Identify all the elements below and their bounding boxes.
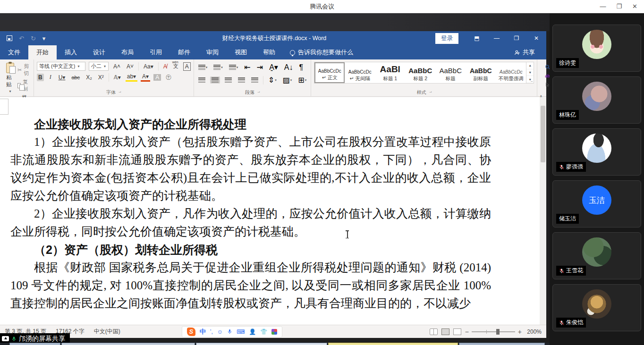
asian-layout-icon[interactable]: A͍▾ <box>268 62 280 73</box>
tab-home[interactable]: 开始 <box>28 45 57 59</box>
tab-insert[interactable]: 插入 <box>57 45 85 59</box>
strikethrough-button[interactable]: abc <box>70 74 81 81</box>
styles-scroll-up-icon[interactable]: ▲ <box>526 62 534 69</box>
document-heading[interactable]: 企业接收股东划入资产的企业所得税处理 <box>10 115 491 133</box>
tab-mailings[interactable]: 邮件 <box>170 45 198 59</box>
zoom-in-icon[interactable]: + <box>518 328 522 336</box>
sort-icon[interactable]: A↓ <box>283 62 295 73</box>
save-icon[interactable] <box>7 35 12 41</box>
participant-tile[interactable]: 徐诗雯 <box>552 25 641 72</box>
read-mode-icon[interactable] <box>430 328 438 335</box>
phonetic-guide-button[interactable]: wén文 <box>172 62 180 70</box>
superscript-button[interactable]: X² <box>97 74 105 81</box>
participant-tile[interactable]: 玉洁 储玉洁 <box>552 180 641 227</box>
zoom-percentage[interactable]: 200% <box>525 328 542 335</box>
bullet-list-icon[interactable]: ▾ <box>197 64 209 71</box>
tab-layout[interactable]: 布局 <box>113 45 142 59</box>
word-close-button[interactable]: ✕ <box>526 31 546 45</box>
document-paragraph[interactable]: 根据《财政部 国家税务总局关于促进企业重组企业所得税处理问题的通知》财税 (20… <box>10 259 491 312</box>
decrease-indent-icon[interactable]: ⇤ <box>243 62 252 73</box>
paste-button[interactable]: 粘贴 ▾ <box>3 62 17 94</box>
style-heading1[interactable]: AaBl 标题 1 <box>375 62 405 83</box>
tab-help[interactable]: 帮助 <box>255 45 283 59</box>
meeting-restore-button[interactable]: ❐ <box>616 0 622 13</box>
customize-qat-icon[interactable]: ▾ <box>42 35 46 42</box>
ime-toolbox-icon[interactable] <box>271 329 277 335</box>
document-canvas[interactable]: 企业接收股东划入资产的企业所得税处理 1）企业接收股东划入资产（包括股东赠予资产… <box>0 97 546 325</box>
text-effects-icon[interactable]: 𝔸▾ <box>112 74 122 81</box>
enclose-characters-button[interactable]: ㊉ <box>164 73 173 82</box>
ime-emoji-icon[interactable]: ☺ <box>217 328 223 335</box>
document-scrollbar[interactable] <box>540 97 546 325</box>
italic-button[interactable]: I <box>47 73 54 81</box>
align-left-icon[interactable] <box>197 76 207 84</box>
taskbar-window-button[interactable] <box>459 343 545 345</box>
styles-scroll-down-icon[interactable]: ▼ <box>526 69 534 76</box>
styles-dialog-launcher-icon[interactable]: ⌐ <box>429 90 432 95</box>
tab-view[interactable]: 视图 <box>227 45 255 59</box>
character-shading-button[interactable]: A <box>153 74 161 81</box>
copy-button[interactable]: 复制 <box>17 78 31 93</box>
align-center-icon[interactable] <box>210 76 220 84</box>
align-right-icon[interactable] <box>223 76 233 84</box>
clear-format-icon[interactable]: A̸ <box>162 63 169 70</box>
line-spacing-icon[interactable]: ⇕▾ <box>267 75 278 85</box>
font-name-combo[interactable]: 等线 (中文正文)▾ <box>37 62 85 71</box>
font-size-combo[interactable]: 小二▾ <box>89 62 109 71</box>
shading-icon[interactable]: ▨▾ <box>281 75 294 85</box>
tab-file[interactable]: 文件 <box>0 45 28 59</box>
borders-icon[interactable]: ⊞▾ <box>297 75 308 85</box>
ime-voice-icon[interactable] <box>227 328 232 335</box>
numbered-list-icon[interactable]: ▾ <box>212 64 224 71</box>
ime-language-mode-icon[interactable]: 中 <box>200 328 206 336</box>
document-paragraph[interactable]: 1）企业接收股东划入资产（包括股东赠予资产、上市公司在股权分置改革过程中接收原非… <box>10 133 491 205</box>
participant-tile[interactable]: 廖强强 <box>552 128 641 176</box>
style-subtle-emphasis[interactable]: AaBbCcDc 不明显强调 <box>496 62 526 83</box>
taskbar-window-button[interactable] <box>9 343 60 345</box>
tell-me-box[interactable]: 告诉我你想要做什么 <box>283 45 360 59</box>
shrink-font-button[interactable]: A˅ <box>125 63 135 70</box>
grow-font-button[interactable]: A˄ <box>112 63 122 70</box>
zoom-out-icon[interactable]: − <box>465 328 469 336</box>
login-button[interactable]: 登录 <box>435 33 458 44</box>
styles-more-icon[interactable]: ▼̲ <box>526 76 534 83</box>
redo-icon[interactable]: ↻ <box>31 35 36 42</box>
style-subtitle[interactable]: AaBbC 副标题 <box>466 62 496 83</box>
subscript-button[interactable]: X₂ <box>85 74 93 81</box>
ime-keyboard-icon[interactable]: ⌨ <box>237 328 245 335</box>
participant-tile[interactable]: 朱俊恺 <box>552 284 641 331</box>
participant-tile[interactable]: 林珠亿 <box>552 76 641 124</box>
document-paragraph[interactable]: 2）企业接收股东划入资产，凡作为收入处理的，应按公允价值计入收入总额，计算缴纳企… <box>10 205 491 241</box>
zoom-slider[interactable] <box>472 331 515 332</box>
taskbar-window-button[interactable] <box>196 343 327 345</box>
ime-skin-icon[interactable]: 👕 <box>260 328 267 335</box>
tab-review[interactable]: 审阅 <box>198 45 227 59</box>
font-color-button[interactable]: A▾ <box>141 73 150 82</box>
ime-account-icon[interactable]: 👤 <box>249 328 256 335</box>
document-heading[interactable]: （2）资产（股权）划转企业所得税 <box>10 241 491 259</box>
ribbon-display-options-icon[interactable]: ⬒ <box>467 31 487 45</box>
multilevel-list-icon[interactable]: ▾ <box>228 64 240 71</box>
highlight-color-button[interactable]: ab▾ <box>126 73 137 82</box>
justify-icon[interactable] <box>237 76 246 84</box>
undo-icon[interactable]: ↶ <box>19 35 24 42</box>
distribute-icon[interactable] <box>250 76 260 84</box>
meeting-close-button[interactable]: ✕ <box>632 0 637 13</box>
bold-button[interactable]: B <box>37 74 44 81</box>
word-share-button[interactable]: 共享 <box>503 45 546 59</box>
style-no-spacing[interactable]: AaBbCcDc ↵ 无间隔 <box>345 62 375 83</box>
zoom-slider-thumb[interactable] <box>496 329 500 335</box>
underline-button[interactable]: U▾ <box>57 74 67 81</box>
show-marks-icon[interactable]: ¶ <box>298 62 305 73</box>
style-normal[interactable]: AaBbCcDc ↵ 正文 <box>314 62 345 83</box>
character-border-button[interactable]: A <box>183 62 191 71</box>
sogou-logo-icon[interactable]: S <box>187 328 195 336</box>
paragraph-dialog-launcher-icon[interactable]: ⌐ <box>257 90 260 95</box>
ime-punctuation-icon[interactable]: ’, <box>210 328 213 335</box>
style-heading2[interactable]: AaBbC 标题 2 <box>405 62 435 83</box>
cut-button[interactable]: ✂剪切 <box>17 63 31 77</box>
scrollbar-thumb[interactable] <box>541 106 545 162</box>
language-indicator[interactable]: 中文(中国) <box>89 328 125 336</box>
tab-references[interactable]: 引用 <box>142 45 170 59</box>
taskbar-window-button[interactable] <box>328 343 458 345</box>
